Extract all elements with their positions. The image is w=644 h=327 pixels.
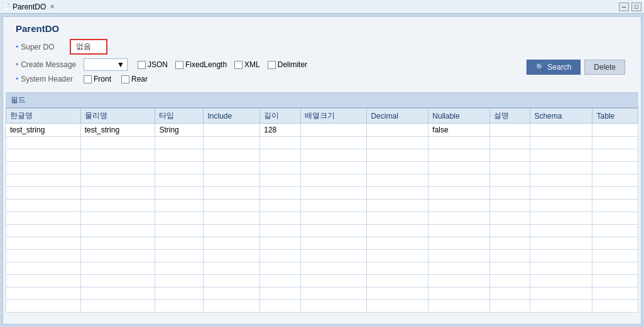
delimiter-label: Delimiter bbox=[278, 60, 307, 69]
table-row-empty[interactable] bbox=[6, 262, 638, 275]
table-row-empty[interactable] bbox=[6, 237, 638, 250]
col-korean: 한글명 bbox=[6, 109, 81, 124]
create-message-dropdown[interactable]: ▼ bbox=[84, 58, 128, 71]
search-icon: 🔍 bbox=[536, 63, 545, 72]
col-decimal: Decimal bbox=[367, 109, 428, 124]
action-buttons: 🔍 Search Delete bbox=[527, 60, 625, 75]
col-description: 설명 bbox=[490, 109, 530, 124]
table-row-empty[interactable] bbox=[6, 200, 638, 212]
table-row-empty[interactable] bbox=[6, 149, 638, 162]
col-table: Table bbox=[592, 109, 638, 124]
table-row-empty[interactable] bbox=[6, 275, 638, 287]
search-button[interactable]: 🔍 Search bbox=[527, 60, 581, 75]
table-row-empty[interactable] bbox=[6, 212, 638, 225]
search-label: Search bbox=[547, 63, 571, 72]
fixedlength-checkbox-box[interactable] bbox=[175, 61, 183, 69]
title-bar: 📄 ParentDO ✕ ─ □ bbox=[0, 0, 644, 14]
main-panel: ParentDO Super DO 없음 Create Message ▼ JS… bbox=[3, 16, 641, 324]
col-include: Include bbox=[204, 109, 260, 124]
cell-length[interactable]: 128 bbox=[260, 124, 300, 137]
maximize-button[interactable]: □ bbox=[631, 3, 641, 11]
cell-include[interactable] bbox=[204, 124, 260, 137]
cell-description[interactable] bbox=[490, 124, 530, 137]
xml-label: XML bbox=[244, 60, 260, 69]
table-row-empty[interactable] bbox=[6, 300, 638, 313]
tab-close-button[interactable]: ✕ bbox=[48, 3, 56, 10]
minimize-button[interactable]: ─ bbox=[619, 3, 629, 11]
system-header-label: System Header bbox=[16, 75, 79, 83]
table-row-empty[interactable] bbox=[6, 137, 638, 149]
system-header-row: System Header Front Rear bbox=[16, 75, 628, 83]
rear-checkbox[interactable]: Rear bbox=[121, 75, 148, 83]
cell-korean[interactable]: test_string bbox=[6, 124, 81, 137]
panel-title: ParentDO bbox=[16, 23, 628, 34]
table-row-empty[interactable] bbox=[6, 162, 638, 174]
format-checkboxes: JSON FixedLength XML Delimiter bbox=[138, 60, 307, 69]
super-do-label: Super DO bbox=[16, 43, 66, 51]
front-label: Front bbox=[94, 75, 111, 83]
super-do-row: Super DO 없음 bbox=[16, 39, 628, 55]
table-row-empty[interactable] bbox=[6, 225, 638, 237]
delete-button[interactable]: Delete bbox=[584, 60, 625, 75]
front-checkbox[interactable]: Front bbox=[84, 75, 111, 83]
super-do-value[interactable]: 없음 bbox=[70, 39, 107, 55]
cell-byteSize[interactable] bbox=[300, 124, 367, 137]
create-message-label: Create Message bbox=[16, 60, 79, 69]
tab-title: ParentDO bbox=[13, 3, 46, 11]
cell-type[interactable]: String bbox=[155, 124, 204, 137]
cell-table[interactable] bbox=[592, 124, 638, 137]
col-schema: Schema bbox=[530, 109, 592, 124]
fixedlength-checkbox[interactable]: FixedLength bbox=[175, 60, 227, 69]
tab-icon: 📄 bbox=[3, 3, 10, 10]
col-type: 타입 bbox=[155, 109, 204, 124]
table-row[interactable]: test_stringtest_stringString128false bbox=[6, 124, 638, 137]
xml-checkbox-box[interactable] bbox=[234, 61, 243, 69]
delimiter-checkbox[interactable]: Delimiter bbox=[268, 60, 307, 69]
rear-label: Rear bbox=[131, 75, 148, 83]
col-physical: 물리명 bbox=[80, 109, 155, 124]
table-header-row: 한글명 물리명 타입 Include 길이 배열크기 Decimal Nulla… bbox=[6, 109, 638, 124]
table-row-empty[interactable] bbox=[6, 250, 638, 262]
json-checkbox-box[interactable] bbox=[138, 61, 146, 69]
fields-table: 한글명 물리명 타입 Include 길이 배열크기 Decimal Nulla… bbox=[6, 108, 638, 313]
col-length: 길이 bbox=[260, 109, 300, 124]
xml-checkbox[interactable]: XML bbox=[234, 60, 260, 69]
col-bytesize: 배열크기 bbox=[300, 109, 367, 124]
fixedlength-label: FixedLength bbox=[185, 60, 227, 69]
delimiter-checkbox-box[interactable] bbox=[268, 61, 276, 69]
front-checkbox-box[interactable] bbox=[84, 75, 92, 83]
cell-physical[interactable]: test_string bbox=[80, 124, 155, 137]
dropdown-arrow-icon: ▼ bbox=[117, 60, 124, 69]
table-section-title: 필드 bbox=[6, 93, 638, 108]
json-checkbox[interactable]: JSON bbox=[138, 60, 168, 69]
cell-nullable[interactable]: false bbox=[428, 124, 490, 137]
table-row-empty[interactable] bbox=[6, 187, 638, 200]
col-nullable: Nullable bbox=[428, 109, 490, 124]
table-section: 필드 한글명 물리명 타입 Include 길이 배열크기 Decimal Nu… bbox=[6, 92, 638, 313]
table-row-empty[interactable] bbox=[6, 174, 638, 187]
table-row-empty[interactable] bbox=[6, 287, 638, 300]
rear-checkbox-box[interactable] bbox=[121, 75, 129, 83]
cell-schema[interactable] bbox=[530, 124, 592, 137]
cell-decimal[interactable] bbox=[367, 124, 428, 137]
json-label: JSON bbox=[148, 60, 168, 69]
